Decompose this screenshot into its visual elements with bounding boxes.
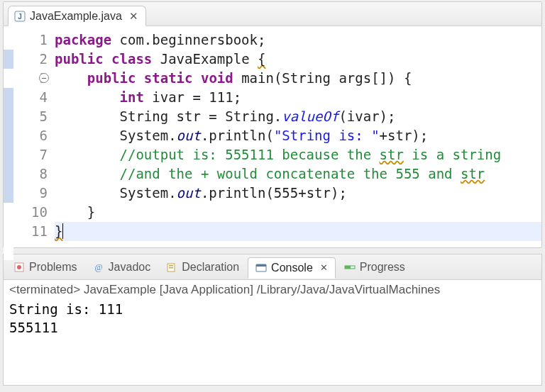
editor-tab[interactable]: J JavaExample.java ✕ [8,6,146,26]
code-content[interactable]: package com.beginnersbook; public class … [55,30,541,260]
fold-icon[interactable]: − [39,73,49,83]
editor-tab-label: JavaExample.java [30,10,122,23]
svg-rect-7 [169,267,173,269]
line-number: 4 [13,88,48,107]
marker-strip [4,30,13,260]
marker [4,164,13,184]
editor-tab-bar: J JavaExample.java ✕ [4,2,541,26]
code-line[interactable]: public class JavaExample { [55,51,265,67]
line-number: 6 [13,126,48,145]
close-icon[interactable]: ✕ [320,262,328,273]
marker [4,184,13,203]
line-number: 2 [13,50,48,69]
svg-point-3 [17,265,21,269]
code-area[interactable]: 123−4567891011 package com.beginnersbook… [4,26,541,264]
console-line: String is: 111 [9,300,536,318]
code-line[interactable]: String str = String.valueOf(ivar); [55,108,395,124]
line-number: 10 [13,203,48,222]
svg-rect-6 [169,265,173,267]
code-line[interactable]: System.out.println(555+str); [55,185,347,201]
line-number: 7 [13,145,48,164]
marker [4,50,13,69]
marker [4,107,13,126]
console-status: <terminated> JavaExample [Java Applicati… [4,280,541,297]
code-line[interactable]: int ivar = 111; [55,89,241,105]
line-number: 1 [13,30,48,50]
line-number: 5 [13,107,48,126]
view-tab-label: Console [271,262,313,274]
close-icon[interactable]: ✕ [129,10,138,23]
marker [4,30,13,50]
view-tab-console[interactable]: Console✕ [248,257,336,279]
line-number: 8 [13,164,48,184]
console-line: 555111 [9,318,536,337]
java-file-icon: J [14,11,26,22]
svg-text:J: J [18,13,22,21]
code-line[interactable]: System.out.println("String is: "+str); [55,128,428,143]
line-number: 11 [13,222,48,241]
code-line[interactable]: } [55,204,95,220]
bottom-pane: Problems@JavadocDeclarationConsole✕Progr… [3,254,542,386]
marker [4,222,13,241]
code-line[interactable]: package com.beginnersbook; [55,32,265,47]
svg-rect-9 [256,264,266,267]
line-number: 3− [13,69,48,88]
marker [4,145,13,164]
code-line[interactable]: } [55,222,541,241]
code-line[interactable]: public static void main(String args[]) { [55,70,412,86]
line-gutter: 123−4567891011 [13,30,55,260]
marker [4,203,13,222]
code-line[interactable]: //and the + would concatenate the 555 an… [55,166,485,181]
marker [4,88,13,107]
code-line[interactable]: //output is: 555111 because the str is a… [55,147,501,162]
editor-pane: J JavaExample.java ✕ 123−4567891011 pack… [3,1,542,248]
line-number: 9 [13,184,48,203]
marker [4,126,13,145]
console-output[interactable]: String is: 111555111 [4,297,541,340]
svg-rect-11 [345,266,351,269]
marker [4,69,13,88]
